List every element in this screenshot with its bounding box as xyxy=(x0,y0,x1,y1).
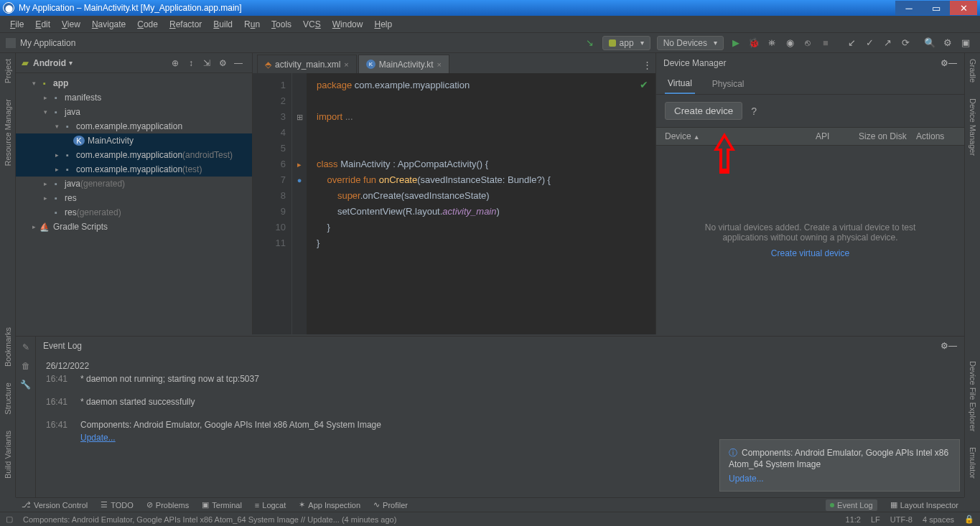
tree-item[interactable]: ▸▪res xyxy=(16,191,252,205)
maximize-button[interactable]: ▭ xyxy=(923,1,950,15)
left-tab-build-variants[interactable]: Build Variants xyxy=(2,428,14,482)
tree-item[interactable]: KMainActivity xyxy=(16,133,252,148)
panel-settings-icon[interactable]: ⚙ xyxy=(215,58,230,68)
right-tab-emulator[interactable]: Emulator xyxy=(967,444,979,482)
menu-window[interactable]: Window xyxy=(327,19,369,29)
help-icon[interactable]: ? xyxy=(751,105,757,117)
right-tab-device-manager[interactable]: Device Manager xyxy=(967,95,979,159)
status-caret-position[interactable]: 11:2 xyxy=(846,515,861,524)
menu-vcs[interactable]: VCS xyxy=(297,19,327,29)
btab-logcat[interactable]: ≡ Logcat xyxy=(255,501,286,509)
col-device[interactable]: Device▲ xyxy=(665,131,816,141)
tree-item[interactable]: ▪res (generated) xyxy=(16,205,252,220)
menu-navigate[interactable]: Navigate xyxy=(86,19,131,29)
menu-code[interactable]: Code xyxy=(131,19,164,29)
code-content[interactable]: package com.example.myapplicationimport … xyxy=(307,73,655,334)
dm-hide-icon[interactable]: — xyxy=(948,58,957,68)
run-config-selector[interactable]: app xyxy=(602,36,650,50)
menu-tools[interactable]: Tools xyxy=(266,19,297,29)
status-line-separator[interactable]: LF xyxy=(871,515,880,524)
tab-mainactivity[interactable]: K MainActivity.kt × xyxy=(358,55,449,73)
tree-item[interactable]: ▾▪java xyxy=(16,105,252,119)
dm-settings-icon[interactable]: ⚙ xyxy=(941,58,948,68)
panel-title[interactable]: Android xyxy=(33,58,66,68)
event-log-clear-icon[interactable]: 🗑 xyxy=(22,361,30,371)
col-actions[interactable]: Actions xyxy=(916,131,956,141)
editor-more-icon[interactable]: ⋮ xyxy=(638,56,655,73)
avatar-button[interactable]: ▣ xyxy=(957,34,974,52)
close-icon[interactable]: × xyxy=(344,60,348,69)
profile-button[interactable]: ◉ xyxy=(781,34,798,52)
create-virtual-device-link[interactable]: Create virtual device xyxy=(771,248,849,258)
project-tree[interactable]: ▾▪app▸▪manifests▾▪java▾▪com.example.myap… xyxy=(16,73,252,334)
panel-options-icon[interactable]: ⇲ xyxy=(199,58,215,68)
coverage-button[interactable]: ⛯ xyxy=(763,34,780,52)
col-api[interactable]: API xyxy=(816,131,859,141)
event-log-settings-icon[interactable]: 🔧 xyxy=(20,380,31,390)
left-tab-bookmarks[interactable]: Bookmarks xyxy=(2,324,14,370)
git-commit-button[interactable]: ✓ xyxy=(861,34,878,52)
status-indent[interactable]: 4 spaces xyxy=(923,515,954,524)
status-encoding[interactable]: UTF-8 xyxy=(890,515,913,524)
git-history-button[interactable]: ⟳ xyxy=(897,34,914,52)
col-size[interactable]: Size on Disk xyxy=(859,131,916,141)
notification-popup[interactable]: ⓘComponents: Android Emulator, Google AP… xyxy=(719,439,960,492)
code-editor[interactable]: 12345 6 7 891011 ⊞ ▸ ● package com.examp… xyxy=(253,73,655,334)
btab-event-log[interactable]: Event Log xyxy=(826,499,877,511)
btab-profiler[interactable]: ∿ Profiler xyxy=(373,500,408,509)
minimize-button[interactable]: ─ xyxy=(895,1,923,15)
btab-layout-inspector[interactable]: ▦ Layout Inspector xyxy=(890,500,958,509)
event-log-filter-icon[interactable]: ✎ xyxy=(22,342,29,352)
menu-run[interactable]: Run xyxy=(238,19,266,29)
inspection-ok-icon[interactable]: ✔ xyxy=(640,79,648,90)
device-selector[interactable]: No Devices xyxy=(657,36,724,50)
menu-file[interactable]: File xyxy=(4,19,29,29)
debug-button[interactable]: 🐞 xyxy=(745,34,762,52)
dm-tab-physical[interactable]: Physical xyxy=(709,75,747,93)
attach-button[interactable]: ⎋ xyxy=(799,34,816,52)
btab-problems[interactable]: ⊘ Problems xyxy=(146,500,189,509)
sync-button[interactable]: ↘ xyxy=(582,34,599,52)
btab-terminal[interactable]: ▣ Terminal xyxy=(202,500,242,509)
panel-scroll-icon[interactable]: ⊕ xyxy=(167,58,183,68)
create-device-button[interactable]: Create device xyxy=(665,102,742,120)
settings-button[interactable]: ⚙ xyxy=(939,34,956,52)
dm-tab-virtual[interactable]: Virtual xyxy=(665,74,695,94)
run-button[interactable]: ▶ xyxy=(727,34,745,52)
menu-build[interactable]: Build xyxy=(207,19,238,29)
menu-edit[interactable]: Edit xyxy=(29,19,56,29)
left-tab-structure[interactable]: Structure xyxy=(2,380,14,418)
panel-hide-icon[interactable]: — xyxy=(230,58,246,68)
btab-version-control[interactable]: ⎇ Version Control xyxy=(22,500,88,509)
breadcrumb[interactable]: My Application xyxy=(20,38,582,48)
menu-refactor[interactable]: Refactor xyxy=(164,19,207,29)
btab-app-inspection[interactable]: ✶ App Inspection xyxy=(299,500,360,509)
tree-item[interactable]: ▾▪app xyxy=(16,76,252,90)
right-tab-gradle[interactable]: Gradle xyxy=(967,56,979,85)
git-update-button[interactable]: ↙ xyxy=(843,34,860,52)
left-tab-resource-manager[interactable]: Resource Manager xyxy=(2,96,14,169)
stop-button[interactable]: ■ xyxy=(817,34,834,52)
tree-item[interactable]: ▸⛵Gradle Scripts xyxy=(16,220,252,234)
git-push-button[interactable]: ↗ xyxy=(879,34,896,52)
close-icon[interactable]: × xyxy=(437,60,442,69)
notification-update-link[interactable]: Update... xyxy=(729,474,951,484)
menu-help[interactable]: Help xyxy=(368,19,398,29)
close-button[interactable]: ✕ xyxy=(950,1,977,15)
menu-view[interactable]: View xyxy=(56,19,86,29)
status-toggle-icon[interactable]: ▢ xyxy=(6,515,13,524)
search-button[interactable]: 🔍 xyxy=(921,34,938,52)
tree-item[interactable]: ▸▪com.example.myapplication (test) xyxy=(16,162,252,177)
panel-collapse-icon[interactable]: ↕ xyxy=(183,58,199,68)
tree-item[interactable]: ▾▪com.example.myapplication xyxy=(16,119,252,133)
right-tab-device-file-explorer[interactable]: Device File Explorer xyxy=(967,358,979,434)
tree-item[interactable]: ▸▪com.example.myapplication (androidTest… xyxy=(16,148,252,162)
el-settings-icon[interactable]: ⚙ xyxy=(941,341,948,351)
tab-activity-main[interactable]: ⬘ activity_main.xml × xyxy=(257,55,357,73)
btab-todo[interactable]: ☰ TODO xyxy=(101,500,134,509)
tree-item[interactable]: ▸▪java (generated) xyxy=(16,177,252,191)
status-lock-icon[interactable]: 🔒 xyxy=(964,515,974,524)
el-hide-icon[interactable]: — xyxy=(948,341,957,351)
update-link[interactable]: Update... xyxy=(80,433,116,443)
tree-item[interactable]: ▸▪manifests xyxy=(16,90,252,105)
